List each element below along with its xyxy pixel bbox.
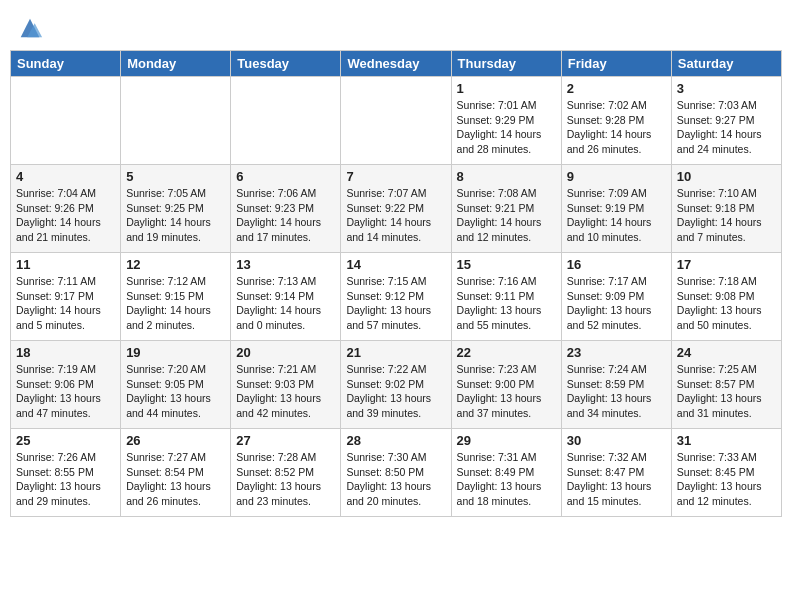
calendar-day-cell: 31Sunrise: 7:33 AM Sunset: 8:45 PM Dayli… [671,429,781,517]
day-info: Sunrise: 7:26 AM Sunset: 8:55 PM Dayligh… [16,450,115,509]
day-number: 6 [236,169,335,184]
day-of-week-header: Thursday [451,51,561,77]
day-number: 12 [126,257,225,272]
day-info: Sunrise: 7:03 AM Sunset: 9:27 PM Dayligh… [677,98,776,157]
day-info: Sunrise: 7:28 AM Sunset: 8:52 PM Dayligh… [236,450,335,509]
day-of-week-header: Monday [121,51,231,77]
calendar-day-cell: 7Sunrise: 7:07 AM Sunset: 9:22 PM Daylig… [341,165,451,253]
day-info: Sunrise: 7:17 AM Sunset: 9:09 PM Dayligh… [567,274,666,333]
calendar-day-cell [341,77,451,165]
calendar-day-cell [121,77,231,165]
calendar-day-cell: 5Sunrise: 7:05 AM Sunset: 9:25 PM Daylig… [121,165,231,253]
day-info: Sunrise: 7:32 AM Sunset: 8:47 PM Dayligh… [567,450,666,509]
day-number: 27 [236,433,335,448]
day-number: 25 [16,433,115,448]
day-of-week-header: Sunday [11,51,121,77]
day-info: Sunrise: 7:33 AM Sunset: 8:45 PM Dayligh… [677,450,776,509]
day-info: Sunrise: 7:10 AM Sunset: 9:18 PM Dayligh… [677,186,776,245]
day-info: Sunrise: 7:31 AM Sunset: 8:49 PM Dayligh… [457,450,556,509]
day-number: 24 [677,345,776,360]
day-info: Sunrise: 7:08 AM Sunset: 9:21 PM Dayligh… [457,186,556,245]
day-info: Sunrise: 7:16 AM Sunset: 9:11 PM Dayligh… [457,274,556,333]
calendar-day-cell: 3Sunrise: 7:03 AM Sunset: 9:27 PM Daylig… [671,77,781,165]
day-number: 14 [346,257,445,272]
calendar-day-cell: 1Sunrise: 7:01 AM Sunset: 9:29 PM Daylig… [451,77,561,165]
day-info: Sunrise: 7:09 AM Sunset: 9:19 PM Dayligh… [567,186,666,245]
day-number: 4 [16,169,115,184]
day-info: Sunrise: 7:01 AM Sunset: 9:29 PM Dayligh… [457,98,556,157]
day-info: Sunrise: 7:07 AM Sunset: 9:22 PM Dayligh… [346,186,445,245]
calendar-week-row: 25Sunrise: 7:26 AM Sunset: 8:55 PM Dayli… [11,429,782,517]
calendar-day-cell: 23Sunrise: 7:24 AM Sunset: 8:59 PM Dayli… [561,341,671,429]
day-number: 20 [236,345,335,360]
day-info: Sunrise: 7:11 AM Sunset: 9:17 PM Dayligh… [16,274,115,333]
day-number: 22 [457,345,556,360]
calendar-day-cell: 14Sunrise: 7:15 AM Sunset: 9:12 PM Dayli… [341,253,451,341]
day-info: Sunrise: 7:20 AM Sunset: 9:05 PM Dayligh… [126,362,225,421]
calendar-day-cell: 21Sunrise: 7:22 AM Sunset: 9:02 PM Dayli… [341,341,451,429]
day-number: 13 [236,257,335,272]
calendar-day-cell [231,77,341,165]
day-number: 8 [457,169,556,184]
day-number: 29 [457,433,556,448]
day-number: 1 [457,81,556,96]
day-of-week-header: Saturday [671,51,781,77]
day-number: 7 [346,169,445,184]
day-of-week-header: Friday [561,51,671,77]
day-number: 3 [677,81,776,96]
day-info: Sunrise: 7:12 AM Sunset: 9:15 PM Dayligh… [126,274,225,333]
calendar-day-cell: 20Sunrise: 7:21 AM Sunset: 9:03 PM Dayli… [231,341,341,429]
calendar-day-cell: 8Sunrise: 7:08 AM Sunset: 9:21 PM Daylig… [451,165,561,253]
day-info: Sunrise: 7:25 AM Sunset: 8:57 PM Dayligh… [677,362,776,421]
calendar-day-cell: 16Sunrise: 7:17 AM Sunset: 9:09 PM Dayli… [561,253,671,341]
calendar-week-row: 11Sunrise: 7:11 AM Sunset: 9:17 PM Dayli… [11,253,782,341]
day-info: Sunrise: 7:19 AM Sunset: 9:06 PM Dayligh… [16,362,115,421]
day-number: 15 [457,257,556,272]
day-info: Sunrise: 7:23 AM Sunset: 9:00 PM Dayligh… [457,362,556,421]
calendar-day-cell: 26Sunrise: 7:27 AM Sunset: 8:54 PM Dayli… [121,429,231,517]
calendar-day-cell: 15Sunrise: 7:16 AM Sunset: 9:11 PM Dayli… [451,253,561,341]
calendar-day-cell: 6Sunrise: 7:06 AM Sunset: 9:23 PM Daylig… [231,165,341,253]
day-number: 17 [677,257,776,272]
day-number: 10 [677,169,776,184]
day-info: Sunrise: 7:24 AM Sunset: 8:59 PM Dayligh… [567,362,666,421]
calendar-day-cell: 11Sunrise: 7:11 AM Sunset: 9:17 PM Dayli… [11,253,121,341]
calendar-day-cell: 4Sunrise: 7:04 AM Sunset: 9:26 PM Daylig… [11,165,121,253]
day-number: 26 [126,433,225,448]
day-info: Sunrise: 7:06 AM Sunset: 9:23 PM Dayligh… [236,186,335,245]
calendar-day-cell: 29Sunrise: 7:31 AM Sunset: 8:49 PM Dayli… [451,429,561,517]
calendar-day-cell: 30Sunrise: 7:32 AM Sunset: 8:47 PM Dayli… [561,429,671,517]
day-info: Sunrise: 7:30 AM Sunset: 8:50 PM Dayligh… [346,450,445,509]
day-info: Sunrise: 7:18 AM Sunset: 9:08 PM Dayligh… [677,274,776,333]
calendar-day-cell: 2Sunrise: 7:02 AM Sunset: 9:28 PM Daylig… [561,77,671,165]
day-info: Sunrise: 7:04 AM Sunset: 9:26 PM Dayligh… [16,186,115,245]
calendar-day-cell: 13Sunrise: 7:13 AM Sunset: 9:14 PM Dayli… [231,253,341,341]
day-number: 23 [567,345,666,360]
day-info: Sunrise: 7:27 AM Sunset: 8:54 PM Dayligh… [126,450,225,509]
day-number: 18 [16,345,115,360]
day-number: 28 [346,433,445,448]
calendar-day-cell: 10Sunrise: 7:10 AM Sunset: 9:18 PM Dayli… [671,165,781,253]
logo-icon [16,14,44,42]
calendar-day-cell: 24Sunrise: 7:25 AM Sunset: 8:57 PM Dayli… [671,341,781,429]
calendar-week-row: 18Sunrise: 7:19 AM Sunset: 9:06 PM Dayli… [11,341,782,429]
calendar-day-cell: 28Sunrise: 7:30 AM Sunset: 8:50 PM Dayli… [341,429,451,517]
logo [14,14,44,42]
day-info: Sunrise: 7:15 AM Sunset: 9:12 PM Dayligh… [346,274,445,333]
calendar-day-cell: 22Sunrise: 7:23 AM Sunset: 9:00 PM Dayli… [451,341,561,429]
day-info: Sunrise: 7:22 AM Sunset: 9:02 PM Dayligh… [346,362,445,421]
day-number: 11 [16,257,115,272]
day-info: Sunrise: 7:05 AM Sunset: 9:25 PM Dayligh… [126,186,225,245]
calendar-header-row: SundayMondayTuesdayWednesdayThursdayFrid… [11,51,782,77]
day-number: 5 [126,169,225,184]
day-info: Sunrise: 7:21 AM Sunset: 9:03 PM Dayligh… [236,362,335,421]
day-of-week-header: Tuesday [231,51,341,77]
day-number: 21 [346,345,445,360]
day-number: 30 [567,433,666,448]
calendar-day-cell: 12Sunrise: 7:12 AM Sunset: 9:15 PM Dayli… [121,253,231,341]
day-info: Sunrise: 7:02 AM Sunset: 9:28 PM Dayligh… [567,98,666,157]
day-number: 2 [567,81,666,96]
day-info: Sunrise: 7:13 AM Sunset: 9:14 PM Dayligh… [236,274,335,333]
day-number: 19 [126,345,225,360]
calendar-day-cell [11,77,121,165]
